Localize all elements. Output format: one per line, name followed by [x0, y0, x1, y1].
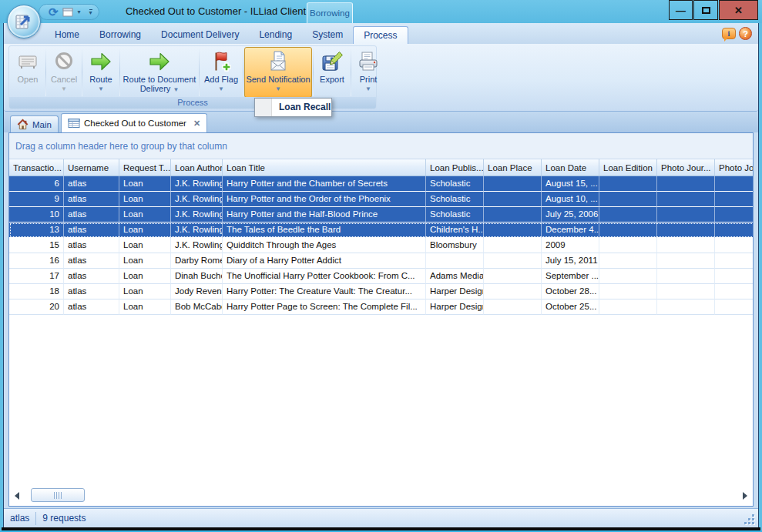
grid-cell: Scholastic — [426, 207, 484, 223]
print-button-label: Print — [360, 75, 378, 84]
grid-cell — [657, 253, 715, 269]
ribbon-tab-process[interactable]: Process — [353, 26, 408, 44]
resize-grip[interactable] — [744, 514, 754, 524]
open-button-label: Open — [18, 75, 39, 84]
grid-cell — [484, 238, 542, 253]
column-header-1[interactable]: Username — [64, 159, 119, 176]
column-header-3[interactable]: Loan Author — [171, 159, 223, 176]
new-form-icon[interactable] — [62, 7, 74, 18]
ribbon-buttons: Open Cancel ▼ — [11, 47, 384, 98]
route-to-document-delivery-button[interactable]: Route to Document Delivery ▼ — [121, 47, 198, 98]
column-header-9[interactable]: Photo Jour... — [657, 159, 715, 176]
menu-item-loan-recall[interactable]: Loan Recall — [273, 99, 331, 116]
grid-cell: Jody Reven... — [171, 284, 223, 299]
horizontal-scrollbar[interactable] — [11, 487, 751, 504]
tab-main[interactable]: Main — [10, 115, 59, 132]
maximize-button[interactable] — [693, 0, 718, 20]
grid-cell — [426, 253, 484, 269]
table-row[interactable]: 17atlasLoanDinah BuchotzThe Unofficial H… — [9, 269, 754, 284]
open-button[interactable]: Open — [11, 47, 45, 98]
add-flag-button[interactable]: Add Flag ▼ — [200, 47, 242, 98]
client-area: HomeBorrowingDocument DeliveryLendingSys… — [3, 23, 759, 527]
column-header-7[interactable]: Loan Date — [542, 159, 599, 176]
table-row[interactable]: 18atlasLoanJody Reven...Harry Potter: Th… — [9, 284, 754, 299]
table-row[interactable]: 13atlasLoanJ.K. RowlingThe Tales of Beed… — [9, 223, 754, 238]
flag-add-icon — [209, 49, 233, 75]
grid-cell: Bloomsbury — [426, 238, 484, 253]
cancel-button[interactable]: Cancel ▼ — [47, 47, 81, 98]
print-button[interactable]: Print ▼ — [352, 47, 384, 98]
table-row[interactable]: 10atlasLoanJ.K. RowlingHarry Potter and … — [9, 207, 754, 223]
column-header-5[interactable]: Loan Publis... — [426, 159, 484, 176]
table-row[interactable]: 6atlasLoanJ.K. RowlingHarry Potter and t… — [9, 176, 754, 192]
grid-cell — [599, 176, 657, 192]
grid-cell — [599, 192, 657, 207]
grid-cell — [599, 284, 657, 299]
grid-cell — [657, 269, 715, 284]
ribbon-tab-strip: HomeBorrowingDocument DeliveryLendingSys… — [4, 23, 758, 44]
grid-cell — [657, 192, 715, 207]
table-row[interactable]: 16atlasLoanDarby RomeoDiary of a Harry P… — [9, 253, 754, 269]
route-button[interactable]: Route ▼ — [83, 47, 119, 98]
column-header-10[interactable]: Photo Jo — [715, 159, 754, 176]
grid-cell: October 28... — [542, 284, 599, 299]
tab-close-icon[interactable]: ✕ — [193, 119, 200, 129]
column-header-4[interactable]: Loan Title — [223, 159, 426, 176]
grid-cell: 17 — [9, 269, 64, 284]
column-header-0[interactable]: Transactio... — [9, 159, 64, 176]
refresh-icon[interactable]: ⟳ — [49, 6, 59, 18]
grid-cell — [715, 269, 754, 284]
tab-checked-out-label: Checked Out to Customer — [84, 119, 186, 128]
export-button[interactable]: Export — [314, 47, 350, 98]
column-header-2[interactable]: Request T... — [119, 159, 171, 176]
grid-cell: July 15, 2011 — [542, 253, 599, 269]
grid-cell: 20 — [9, 299, 64, 315]
scroll-left-arrow[interactable] — [11, 487, 23, 504]
table-row[interactable]: 9atlasLoanJ.K. RowlingHarry Potter and t… — [9, 192, 754, 207]
send-notification-icon — [266, 49, 290, 75]
grid-cell: Loan — [119, 284, 171, 299]
open-drawer-icon — [15, 49, 40, 75]
table-row[interactable]: 20atlasLoanBob McCabeHarry Potter Page t… — [9, 299, 754, 315]
grid-cell: 9 — [9, 192, 64, 207]
chevron-down-icon[interactable]: ▾ — [78, 8, 81, 15]
dropdown-arrow-icon: ▼ — [275, 85, 281, 92]
close-button[interactable]: ✕ — [719, 0, 758, 20]
grid-cell: Harry Potter and the Chamber of Secrets — [223, 176, 426, 192]
ribbon-tab-home[interactable]: Home — [45, 26, 89, 44]
grid-cell — [599, 269, 657, 284]
group-by-bar[interactable]: Drag a column header here to group by th… — [9, 133, 753, 159]
scroll-right-arrow[interactable] — [739, 487, 751, 504]
grid-cell — [484, 207, 542, 223]
ribbon-tab-document-delivery[interactable]: Document Delivery — [151, 26, 249, 44]
grid-cell: atlas — [64, 192, 119, 207]
grid-cell: Harry Potter and the Order of the Phoeni… — [223, 192, 426, 207]
scrollbar-thumb[interactable] — [31, 488, 85, 502]
grid-cell — [484, 192, 542, 207]
scrollbar-track[interactable] — [23, 487, 739, 504]
application-menu-button[interactable] — [7, 5, 41, 38]
grid-cell: August 15, ... — [542, 176, 599, 192]
grid-cell: 16 — [9, 253, 64, 269]
minimize-button[interactable]: — — [669, 0, 693, 20]
grid-cell — [715, 253, 754, 269]
ribbon-tab-borrowing[interactable]: Borrowing — [89, 26, 151, 44]
qat-more-icon[interactable]: ▾ — [89, 9, 92, 15]
grid-cell — [484, 176, 542, 192]
grid-cell: August 10, ... — [542, 192, 599, 207]
ribbon-tab-lending[interactable]: Lending — [249, 26, 302, 44]
help-question-icon[interactable]: ? — [739, 27, 752, 40]
tab-checked-out-to-customer[interactable]: Checked Out to Customer ✕ — [61, 113, 207, 132]
grid-cell — [484, 223, 542, 238]
grid-cell: atlas — [64, 207, 119, 223]
send-notification-button[interactable]: Send Notification ▼ — [244, 47, 312, 98]
document-tab-strip: Main Checked Out to Customer ✕ — [4, 112, 758, 132]
grid-cell: Dinah Buchotz — [171, 269, 223, 284]
ribbon-tab-system[interactable]: System — [302, 26, 353, 44]
column-header-6[interactable]: Loan Place — [484, 159, 542, 176]
column-header-8[interactable]: Loan Edition — [599, 159, 657, 176]
grid-cell — [715, 192, 754, 207]
table-row[interactable]: 15atlasLoanJ.K. RowlingQuidditch Through… — [9, 238, 754, 253]
grid-cell: 15 — [9, 238, 64, 253]
info-bubble-icon[interactable]: i — [722, 28, 736, 39]
